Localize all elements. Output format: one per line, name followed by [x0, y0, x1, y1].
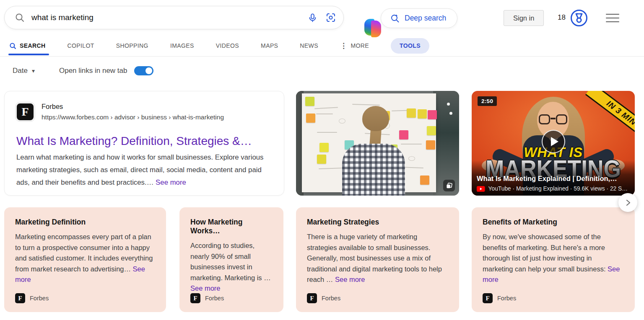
- copilot-button[interactable]: [353, 8, 372, 28]
- card-source-name: Forbes: [205, 295, 224, 302]
- chevron-right-icon: [624, 199, 632, 206]
- forbes-favicon-small: F: [307, 293, 317, 303]
- card-title[interactable]: How Marketing Works…: [190, 218, 273, 235]
- card-see-more-link[interactable]: See more: [335, 276, 365, 283]
- hamburger-icon: [605, 14, 620, 23]
- video-meta: YouTube · Marketing Explained · 59.6K vi…: [488, 186, 630, 192]
- search-icon: [15, 13, 25, 23]
- card-source: F Forbes: [483, 293, 516, 303]
- image-result-whiteboard[interactable]: [296, 91, 459, 196]
- new-tab-toggle[interactable]: [134, 66, 153, 75]
- info-card-marketing-definition: Marketing Definition Marketing encompass…: [4, 207, 166, 312]
- forbes-favicon-small: F: [190, 293, 200, 303]
- tab-maps[interactable]: MAPS: [261, 35, 278, 56]
- card-body: By now, we've showcased some of the bene…: [483, 232, 624, 285]
- deep-search-button[interactable]: Deep search: [381, 8, 457, 28]
- card-body: There is a huge variety of marketing str…: [307, 232, 448, 285]
- card-source-name: Forbes: [497, 295, 516, 302]
- card-source-name: Forbes: [30, 295, 49, 302]
- search-tab-icon: [9, 42, 16, 49]
- menu-button[interactable]: [605, 13, 620, 23]
- result-card: F Forbes https://www.forbes.com › adviso…: [4, 91, 284, 196]
- card-body: According to studies, nearly 90% of smal…: [190, 240, 273, 294]
- search-bar: [4, 6, 344, 29]
- tab-images[interactable]: IMAGES: [170, 35, 194, 56]
- forbes-favicon-small: F: [483, 293, 493, 303]
- card-title[interactable]: Marketing Strategies: [307, 218, 448, 227]
- forbes-favicon-small: F: [15, 293, 25, 303]
- bing-search-results-page: Deep search Sign in 18 SEARCH COPILOT SH…: [0, 0, 644, 320]
- deep-search-icon: [390, 13, 400, 24]
- card-source-name: Forbes: [322, 295, 340, 302]
- microphone-icon: [308, 13, 317, 23]
- tab-news[interactable]: NEWS: [300, 35, 318, 56]
- see-more-link[interactable]: See more: [156, 178, 186, 186]
- card-see-more-link[interactable]: See more: [190, 284, 221, 292]
- result-url: https://www.forbes.com › advisor › busin…: [42, 114, 224, 121]
- date-filter-dropdown[interactable]: Date: [13, 67, 35, 75]
- card-source: F Forbes: [307, 293, 340, 303]
- voice-search-button[interactable]: [308, 13, 317, 23]
- video-duration-badge: 2:50: [478, 96, 497, 106]
- video-caption: What Is Marketing Explained | Definition…: [472, 160, 635, 196]
- info-card-marketing-strategies: Marketing Strategies There is a huge var…: [296, 207, 459, 312]
- video-result-card[interactable]: MARKETING WHAT IS IN 3 MIN 2:50 What Is …: [472, 91, 635, 196]
- sign-in-button[interactable]: Sign in: [504, 10, 544, 26]
- result-title-link[interactable]: What Is Marketing? Definition, Strategie…: [16, 134, 252, 148]
- card-title[interactable]: Marketing Definition: [15, 218, 155, 227]
- result-source-row: F Forbes https://www.forbes.com › adviso…: [16, 102, 224, 121]
- collections-icon: [443, 180, 455, 191]
- tab-more[interactable]: MORE: [340, 35, 369, 56]
- rewards-medal-icon: [570, 9, 588, 27]
- card-body: Marketing encompasses every part of a pl…: [15, 232, 155, 285]
- visual-search-icon: [326, 13, 336, 23]
- visual-search-button[interactable]: [326, 13, 336, 23]
- rewards-count: 18: [558, 13, 566, 22]
- tab-shopping[interactable]: SHOPPING: [116, 35, 148, 56]
- play-icon[interactable]: [542, 130, 565, 153]
- info-card-how-marketing-works: How Marketing Works… According to studie…: [179, 207, 283, 312]
- youtube-icon: [477, 186, 485, 192]
- card-title[interactable]: Benefits of Marketing: [483, 218, 624, 227]
- card-source: F Forbes: [190, 293, 224, 303]
- search-input[interactable]: [31, 13, 308, 22]
- tab-tools[interactable]: TOOLS: [391, 38, 429, 54]
- tab-search[interactable]: SEARCH: [9, 35, 46, 56]
- card-source: F Forbes: [15, 293, 49, 303]
- rewards-button[interactable]: [570, 9, 588, 27]
- caret-down-icon: [32, 67, 35, 75]
- deep-search-label: Deep search: [405, 14, 446, 23]
- result-site-name: Forbes: [42, 103, 224, 111]
- toggle-knob: [145, 67, 152, 74]
- more-ellipsis-icon: [340, 41, 347, 50]
- video-title: What Is Marketing Explained | Definition…: [477, 175, 630, 183]
- tab-copilot[interactable]: COPILOT: [68, 35, 94, 56]
- tab-videos[interactable]: VIDEOS: [216, 35, 239, 56]
- carousel-next-button[interactable]: [618, 193, 637, 212]
- search-tabs: SEARCH COPILOT SHOPPING IMAGES VIDEOS MA…: [0, 35, 644, 57]
- filter-bar: Date Open links in new tab: [13, 66, 153, 75]
- result-snippet: Learn what marketing is and how it works…: [16, 151, 276, 189]
- in-3-min-ribbon: IN 3 MIN: [585, 91, 635, 143]
- forbes-favicon: F: [16, 102, 35, 121]
- open-links-label: Open links in new tab: [59, 67, 127, 75]
- info-card-benefits-of-marketing: Benefits of Marketing By now, we've show…: [472, 207, 635, 312]
